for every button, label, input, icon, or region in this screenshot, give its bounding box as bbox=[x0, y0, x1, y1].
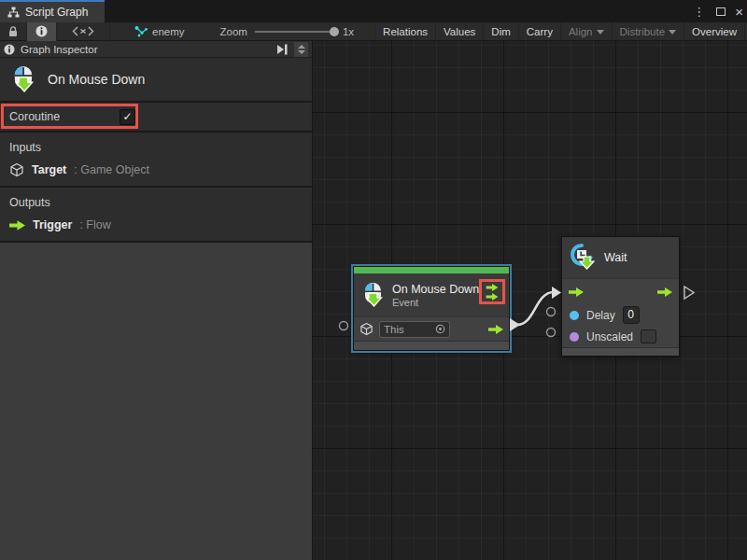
zoom-slider[interactable] bbox=[255, 31, 335, 33]
trigger-output-port[interactable] bbox=[488, 325, 503, 334]
zoom-slider-handle[interactable] bbox=[330, 27, 339, 36]
graph-canvas[interactable]: On Mouse Down Event bbox=[313, 41, 747, 560]
wire-start-arrow-icon bbox=[510, 318, 520, 331]
output-type: : Flow bbox=[79, 218, 110, 231]
relations-button[interactable]: Relations bbox=[375, 22, 436, 40]
wait-unscaled-outer-port[interactable] bbox=[547, 329, 556, 337]
zoom-label: Zoom bbox=[220, 26, 247, 37]
tab-label: Script Graph bbox=[25, 6, 88, 19]
delay-input-port[interactable] bbox=[570, 311, 579, 320]
object-picker-icon[interactable] bbox=[435, 324, 445, 334]
chevron-down-icon bbox=[669, 30, 676, 35]
mouse-event-icon bbox=[361, 282, 386, 308]
wait-delay-outer-port[interactable] bbox=[547, 308, 556, 316]
flow-output-port[interactable] bbox=[657, 287, 672, 297]
inspector-toggle-button[interactable] bbox=[27, 22, 57, 41]
info-icon bbox=[4, 44, 15, 55]
event-node-footer bbox=[354, 341, 509, 350]
coroutine-checkbox[interactable]: ✓ bbox=[120, 109, 135, 125]
inputs-section: Inputs Target : Game Object bbox=[0, 133, 312, 188]
target-object-value: This bbox=[384, 324, 435, 335]
wait-clock-icon bbox=[568, 243, 596, 273]
wait-exit-port[interactable] bbox=[684, 287, 694, 299]
event-node-target-row: This bbox=[354, 316, 509, 341]
graph-hierarchy-icon bbox=[7, 7, 20, 18]
coroutine-label: Coroutine bbox=[9, 110, 60, 123]
wait-unscaled-row: Unscaled bbox=[562, 326, 679, 347]
distribute-button[interactable]: Distribute bbox=[613, 22, 685, 40]
code-icon bbox=[72, 26, 94, 36]
input-type: : Game Object bbox=[74, 163, 149, 176]
maximize-icon[interactable] bbox=[716, 7, 726, 16]
input-row-target: Target : Game Object bbox=[9, 161, 312, 178]
tab-script-graph[interactable]: Script Graph bbox=[0, 0, 105, 22]
close-icon[interactable]: × bbox=[735, 5, 743, 19]
wait-node-title: Wait bbox=[604, 251, 627, 264]
event-target-port[interactable] bbox=[340, 322, 348, 330]
values-button[interactable]: Values bbox=[436, 22, 484, 40]
mouse-event-icon bbox=[11, 65, 36, 93]
input-name: Target bbox=[32, 163, 66, 176]
script-graph-window: Script Graph ⋮ × bbox=[0, 0, 747, 560]
event-node-subtitle: Event bbox=[392, 297, 479, 308]
wire-end-arrow-icon bbox=[552, 287, 561, 299]
game-object-cube-icon bbox=[359, 322, 374, 336]
distribute-label: Distribute bbox=[620, 26, 666, 37]
wait-delay-row: Delay 0 bbox=[562, 304, 679, 326]
event-node-color-bar bbox=[354, 267, 509, 273]
window-menu-icon[interactable]: ⋮ bbox=[691, 6, 707, 18]
inspector-header: Graph Inspector bbox=[0, 41, 312, 58]
delay-value-field[interactable]: 0 bbox=[623, 306, 640, 324]
chevron-up-icon bbox=[298, 45, 305, 49]
preview-code-button[interactable] bbox=[57, 22, 110, 41]
coroutine-indicator-annotated bbox=[479, 279, 505, 304]
unscaled-checkbox[interactable] bbox=[641, 329, 656, 343]
node-wait[interactable]: Wait Delay 0 Unscaled bbox=[561, 236, 680, 357]
outputs-header: Outputs bbox=[9, 196, 312, 209]
inspected-node-header: On Mouse Down bbox=[0, 58, 312, 103]
flow-input-port[interactable] bbox=[569, 287, 584, 297]
graph-name: enemy bbox=[152, 26, 185, 37]
dim-button[interactable]: Dim bbox=[484, 22, 518, 40]
event-node-header[interactable]: On Mouse Down Event bbox=[354, 273, 509, 316]
output-name: Trigger bbox=[33, 218, 72, 231]
node-on-mouse-down[interactable]: On Mouse Down Event bbox=[353, 266, 510, 351]
outputs-section: Outputs Trigger : Flow bbox=[0, 188, 312, 243]
inputs-header: Inputs bbox=[9, 141, 312, 154]
coroutine-section: Coroutine ✓ bbox=[0, 103, 312, 133]
align-label: Align bbox=[569, 26, 593, 37]
align-button[interactable]: Align bbox=[561, 22, 613, 40]
lock-button[interactable] bbox=[0, 22, 27, 41]
output-row-trigger: Trigger : Flow bbox=[9, 217, 312, 233]
graph-breadcrumb[interactable]: enemy bbox=[110, 26, 194, 37]
flow-connection-wire[interactable] bbox=[517, 292, 554, 325]
graph-toolbar: enemy Zoom 1x Relations Values Dim Carry… bbox=[0, 22, 747, 41]
panel-stepper[interactable] bbox=[294, 42, 308, 57]
inspected-node-title: On Mouse Down bbox=[48, 72, 145, 87]
chevron-down-icon bbox=[298, 50, 305, 54]
title-bar: Script Graph ⋮ × bbox=[0, 0, 747, 22]
overview-button[interactable]: Overview bbox=[684, 22, 745, 40]
graph-inspector-panel: Graph Inspector On Mouse Down Cor bbox=[0, 41, 313, 560]
wait-node-footer bbox=[562, 347, 679, 356]
wait-node-header[interactable]: Wait bbox=[562, 237, 679, 278]
flow-arrow-icon bbox=[486, 293, 499, 301]
unscaled-input-port[interactable] bbox=[570, 332, 579, 342]
event-node-title: On Mouse Down bbox=[392, 283, 479, 296]
dock-panel-icon[interactable] bbox=[275, 44, 289, 55]
target-object-field[interactable]: This bbox=[379, 321, 450, 338]
lock-icon bbox=[8, 26, 18, 37]
info-icon bbox=[35, 25, 48, 37]
flow-arrow-icon bbox=[9, 220, 25, 231]
zoom-value: 1x bbox=[343, 26, 354, 37]
carry-button[interactable]: Carry bbox=[519, 22, 561, 40]
chevron-down-icon bbox=[597, 30, 604, 35]
graph-asset-icon bbox=[134, 26, 148, 37]
delay-label: Delay bbox=[586, 309, 615, 322]
game-object-cube-icon bbox=[9, 162, 24, 177]
unscaled-label: Unscaled bbox=[586, 330, 633, 343]
wait-flow-row bbox=[562, 278, 679, 304]
flow-arrow-icon bbox=[486, 284, 499, 291]
inspector-title: Graph Inspector bbox=[21, 44, 270, 55]
